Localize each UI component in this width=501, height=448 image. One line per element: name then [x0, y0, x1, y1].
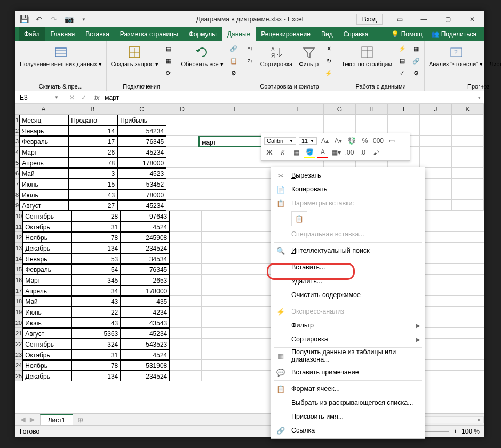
remove-dupes-icon[interactable]: ▤	[396, 55, 408, 67]
row-header[interactable]: 1	[15, 115, 19, 125]
cell[interactable]: Май	[19, 168, 68, 179]
cell[interactable]: 43	[71, 296, 121, 307]
cell[interactable]: 53452	[117, 179, 166, 189]
sheet-prev-icon[interactable]: ◄	[19, 415, 27, 425]
cell[interactable]: 54234	[117, 125, 166, 136]
cell[interactable]: Ноябрь	[22, 232, 71, 243]
forecast-button[interactable]: Лист прогноза	[487, 43, 501, 78]
reapply-icon[interactable]: ↻	[323, 55, 335, 67]
cell[interactable]: Январь	[19, 125, 68, 136]
cell[interactable]: 97643	[121, 211, 170, 221]
col-header[interactable]: C	[117, 104, 166, 114]
cell[interactable]: 245908	[121, 232, 170, 243]
col-header[interactable]: I	[388, 104, 420, 114]
sort-button[interactable]: AЯ Сортировка	[258, 43, 295, 78]
col-header[interactable]: B	[68, 104, 117, 114]
col-header[interactable]: A	[19, 104, 68, 114]
cell[interactable]: Май	[22, 296, 71, 307]
cell[interactable]: 234524	[121, 243, 170, 253]
cell[interactable]: Сентябрь	[22, 211, 71, 221]
merge-icon[interactable]: ▭	[386, 135, 397, 146]
relationships-icon[interactable]: 🔗	[410, 55, 422, 67]
tab-view[interactable]: Вид	[316, 27, 338, 41]
tell-me[interactable]: 💡 Помощ	[388, 30, 426, 38]
cell[interactable]: 134	[71, 243, 121, 253]
sheet-tab[interactable]: Лист1	[40, 414, 74, 425]
cell[interactable]: Июнь	[22, 307, 71, 317]
cell[interactable]: Июль	[22, 317, 71, 328]
row-header[interactable]: 24	[15, 360, 22, 371]
maximize-button[interactable]: ▢	[436, 11, 460, 27]
tab-insert[interactable]: Вставка	[80, 27, 115, 41]
bold-icon[interactable]: Ж	[264, 147, 275, 158]
cell[interactable]: Июль	[19, 189, 68, 200]
cell[interactable]: Продано	[68, 115, 117, 125]
row-header[interactable]: 2	[15, 125, 19, 136]
zoom-level[interactable]: 100 %	[462, 428, 480, 435]
qat-dropdown-icon[interactable]: ▼	[79, 15, 88, 23]
cm-smart-lookup[interactable]: 🔍Интеллектуальный поиск	[271, 244, 425, 258]
row-header[interactable]: 20	[15, 317, 22, 328]
row-header[interactable]: 5	[15, 157, 19, 168]
cell[interactable]: Октябрь	[22, 221, 71, 232]
cell[interactable]: 3	[68, 168, 117, 179]
row-header[interactable]: 10	[15, 211, 22, 221]
name-box[interactable]: E3▼	[15, 91, 63, 103]
cell[interactable]: 34534	[121, 253, 170, 264]
cell[interactable]: 76345	[121, 264, 170, 275]
comma-icon[interactable]: 000	[373, 135, 384, 146]
tab-formulas[interactable]: Формулы	[184, 27, 222, 41]
cm-define-name[interactable]: Присвоить имя...	[271, 410, 425, 423]
refresh-all-button[interactable]: Обновить все ▾	[179, 43, 226, 78]
tab-data[interactable]: Данные	[222, 27, 256, 41]
col-header[interactable]: F	[273, 104, 324, 114]
cm-format-cells[interactable]: 📋Формат ячеек...	[271, 382, 425, 396]
show-queries-icon[interactable]: ▤	[163, 43, 174, 54]
borders-icon[interactable]: ▦	[291, 147, 301, 158]
col-header[interactable]: J	[420, 104, 452, 114]
cell[interactable]: 4234	[121, 307, 170, 317]
cell[interactable]: 76345	[117, 136, 166, 147]
cell[interactable]: Апрель	[19, 157, 68, 168]
cell[interactable]: Февраль	[19, 136, 68, 147]
row-header[interactable]: 23	[15, 349, 22, 360]
increase-font-icon[interactable]: A▴	[320, 135, 330, 146]
camera-icon[interactable]: 📷	[65, 15, 73, 23]
row-header[interactable]: 4	[15, 147, 19, 157]
font-combo[interactable]: Calibri ▼	[264, 137, 296, 145]
cell[interactable]: Октябрь	[22, 349, 71, 360]
tab-help[interactable]: Справка	[338, 27, 374, 41]
cm-comment[interactable]: 💬Вставить примечание	[271, 365, 425, 379]
cm-sort[interactable]: Сортировка▶	[271, 332, 425, 346]
cell[interactable]: Июнь	[19, 179, 68, 189]
fill-color-icon[interactable]: 🪣	[304, 147, 315, 158]
row-header[interactable]: 17	[15, 285, 22, 296]
cell[interactable]: Февраль	[22, 264, 71, 275]
advanced-icon[interactable]: ⚡	[323, 67, 335, 79]
cell[interactable]: Декабрь	[22, 371, 71, 381]
cell[interactable]: 178000	[117, 157, 166, 168]
cell[interactable]: 43	[68, 189, 117, 200]
row-header[interactable]: 8	[15, 189, 19, 200]
sort-asc-icon[interactable]: A↓	[244, 43, 256, 54]
cell[interactable]: Март	[22, 275, 71, 285]
cm-delete[interactable]: Удалить...	[271, 274, 425, 288]
row-header[interactable]: 13	[15, 243, 22, 253]
row-header[interactable]: 11	[15, 221, 22, 232]
col-header[interactable]: E	[198, 104, 273, 114]
cell[interactable]: 45234	[121, 328, 170, 339]
enter-formula-icon[interactable]: ✓	[79, 94, 88, 101]
sheet-next-icon[interactable]: ►	[28, 415, 37, 425]
edit-links-icon[interactable]: ⚙	[228, 67, 240, 79]
cell[interactable]: Прибыль	[117, 115, 166, 125]
cell[interactable]: 45234	[117, 147, 166, 157]
cell[interactable]: 43	[71, 317, 121, 328]
row-header[interactable]: 9	[15, 200, 19, 211]
cell[interactable]: 78	[71, 360, 121, 371]
cell[interactable]: 324	[71, 339, 121, 349]
cell[interactable]: 345	[71, 275, 121, 285]
cell[interactable]: 234524	[121, 371, 170, 381]
cm-cut[interactable]: ✂Вырезать	[271, 169, 425, 182]
cell[interactable]: 28	[71, 211, 121, 221]
clear-filter-icon[interactable]: ✕	[323, 43, 335, 54]
